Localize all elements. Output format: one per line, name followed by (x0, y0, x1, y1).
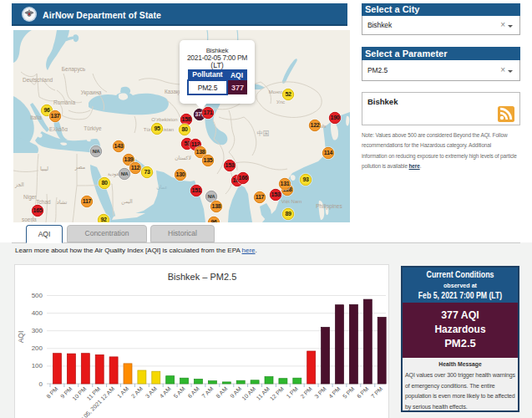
svg-text:N/A: N/A (93, 149, 100, 154)
svg-text:400: 400 (32, 309, 43, 317)
svg-text:92: 92 (100, 217, 107, 222)
svg-text:Беларусь: Беларусь (62, 66, 86, 73)
svg-text:Улс: Улс (276, 99, 285, 104)
svg-text:0: 0 (39, 380, 43, 388)
svg-text:الجز: الجز (14, 182, 24, 188)
svg-text:4 AM: 4 AM (159, 385, 172, 399)
svg-text:1 AM: 1 AM (116, 385, 129, 399)
svg-text:137: 137 (51, 113, 60, 119)
svg-text:165: 165 (33, 207, 43, 213)
svg-text:96: 96 (43, 107, 50, 113)
svg-text:Deutschland: Deutschland (23, 77, 53, 83)
svg-text:200: 200 (32, 344, 43, 352)
svg-text:100: 100 (32, 362, 43, 370)
svg-text:80: 80 (181, 126, 188, 132)
svg-text:ليبيا: ليبيا (40, 166, 48, 171)
svg-text:Philippines: Philippines (316, 203, 342, 210)
svg-text:中国: 中国 (257, 130, 270, 137)
svg-text:7 AM: 7 AM (200, 385, 214, 399)
svg-text:Việt Nam: Việt Nam (281, 199, 302, 204)
svg-text:soeria: soeria (22, 217, 37, 222)
svg-text:5 PM: 5 PM (342, 385, 356, 400)
svg-text:8 AM: 8 AM (215, 385, 228, 399)
svg-text:4 PM: 4 PM (327, 385, 342, 400)
svg-text:Ελλάδα: Ελλάδα (49, 126, 68, 132)
svg-text:لاكستان: لاكستان (175, 155, 191, 161)
svg-text:11 AM: 11 AM (256, 385, 271, 401)
svg-text:300: 300 (32, 327, 43, 334)
svg-text:2 AM: 2 AM (130, 385, 144, 399)
svg-text:96: 96 (210, 219, 217, 222)
svg-text:171: 171 (204, 110, 213, 115)
svg-text:Украина: Украина (81, 89, 102, 96)
svg-text:89: 89 (285, 211, 291, 217)
svg-text:5 AM: 5 AM (173, 385, 186, 399)
svg-text:România: România (53, 99, 75, 105)
svg-text:114: 114 (324, 150, 333, 155)
svg-text:153: 153 (271, 191, 281, 197)
svg-text:117: 117 (256, 194, 265, 200)
svg-text:500: 500 (32, 292, 43, 299)
svg-text:Tchad: Tchad (36, 199, 51, 205)
svg-text:52: 52 (285, 91, 291, 97)
svg-text:N/A: N/A (121, 171, 129, 176)
svg-text:80: 80 (101, 180, 108, 186)
svg-text:N/A: N/A (208, 194, 215, 199)
svg-text:131: 131 (281, 181, 290, 186)
svg-text:117: 117 (83, 198, 92, 204)
svg-text:Türkiye: Türkiye (84, 125, 102, 132)
svg-text:153: 153 (225, 162, 235, 168)
svg-text:143: 143 (114, 143, 124, 149)
svg-text:93: 93 (302, 176, 309, 182)
svg-text:1 PM: 1 PM (286, 385, 300, 400)
svg-text:مصر: مصر (74, 164, 86, 171)
svg-text:اليمن: اليمن (121, 199, 133, 205)
svg-text:139: 139 (124, 156, 134, 162)
svg-text:8 PM: 8 PM (45, 385, 59, 400)
svg-text:135: 135 (204, 157, 213, 163)
svg-text:Italia: Italia (30, 115, 42, 120)
svg-text:7 PM: 7 PM (370, 385, 384, 400)
svg-text:130: 130 (176, 171, 185, 177)
svg-text:6 AM: 6 AM (186, 385, 200, 399)
svg-text:151: 151 (192, 187, 201, 193)
svg-text:Niger: Niger (23, 194, 37, 201)
svg-text:10 AM: 10 AM (241, 385, 256, 401)
svg-text:O’zbekiston: O’zbekiston (151, 117, 177, 122)
svg-text:2 PM: 2 PM (299, 385, 313, 400)
svg-text:166: 166 (239, 175, 248, 181)
svg-text:122: 122 (311, 122, 320, 128)
svg-text:3 AM: 3 AM (144, 385, 158, 399)
svg-text:112: 112 (131, 165, 140, 171)
svg-text:138: 138 (212, 203, 221, 209)
svg-text:عمان: عمان (156, 185, 167, 190)
svg-text:3 PM: 3 PM (313, 385, 327, 400)
svg-text:95: 95 (154, 125, 160, 131)
svg-text:AQI: AQI (17, 331, 25, 344)
svg-text:73: 73 (144, 169, 150, 175)
svg-text:10 PM: 10 PM (71, 385, 87, 401)
svg-text:Bishkek – PM2.5: Bishkek – PM2.5 (168, 272, 237, 282)
svg-text:190: 190 (331, 115, 340, 120)
svg-text:12 PM: 12 PM (269, 385, 285, 401)
svg-text:138: 138 (196, 149, 205, 155)
svg-text:تشاد: تشاد (57, 199, 68, 205)
svg-text:6 PM: 6 PM (356, 385, 370, 400)
svg-text:158: 158 (182, 116, 191, 122)
